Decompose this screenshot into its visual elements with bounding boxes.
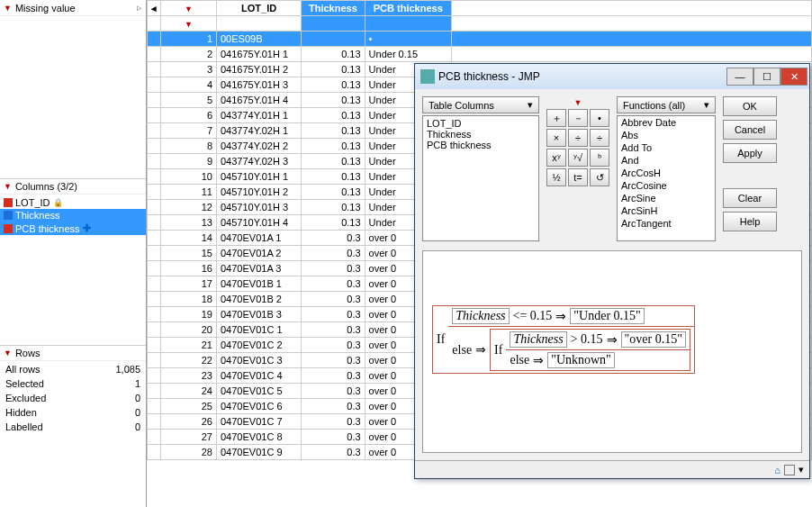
cell-pcb[interactable]: • — [365, 32, 451, 47]
row-number[interactable]: 22 — [161, 353, 217, 368]
cell-lotid[interactable]: 041675Y.01H 3 — [217, 77, 302, 93]
row-number[interactable]: 13 — [161, 215, 217, 231]
operator-button[interactable]: ÷ — [590, 129, 609, 147]
row-number[interactable]: 14 — [161, 231, 217, 246]
cell-thickness[interactable]: 0.13 — [302, 215, 365, 231]
rows-section-header[interactable]: ▼ Rows — [0, 346, 146, 361]
row-number[interactable]: 15 — [161, 246, 217, 261]
col-header-thickness[interactable]: Thickness — [302, 1, 365, 16]
row-number[interactable]: 23 — [161, 368, 217, 384]
cell-lotid[interactable]: 0470EV01A 2 — [217, 246, 302, 261]
operator-button[interactable]: × — [546, 129, 566, 147]
operator-button[interactable]: ÷ — [568, 129, 588, 147]
functions-dropdown[interactable]: Functions (all)▾ — [617, 96, 716, 113]
row-number[interactable]: 27 — [161, 430, 217, 445]
operator-menu-icon[interactable]: ▼ — [574, 98, 582, 107]
cell-lotid[interactable]: 00ES09B — [217, 32, 302, 47]
row-number[interactable]: 26 — [161, 414, 217, 430]
cell-lotid[interactable]: 0470EV01C 1 — [217, 322, 302, 338]
cell-thickness[interactable]: 0.13 — [302, 154, 365, 169]
cell-lotid[interactable]: 0470EV01C 8 — [217, 430, 302, 445]
nested-if[interactable]: If Thickness > 0.15 ⇒ "over 0.15" else — [490, 329, 690, 371]
function-list-item[interactable]: Add To — [618, 141, 715, 154]
cell-lotid[interactable]: 0470EV01C 5 — [217, 384, 302, 399]
column-item[interactable]: PCB thickness✚ — [0, 222, 146, 235]
cell-thickness[interactable]: 0.13 — [302, 108, 365, 123]
operator-button[interactable]: ʸ√ — [568, 149, 588, 167]
cell-lotid[interactable]: 041675Y.01H 2 — [217, 62, 302, 77]
cell-thickness[interactable]: 0.3 — [302, 368, 365, 384]
row-number[interactable]: 2 — [161, 47, 217, 62]
cell-thickness[interactable]: 0.13 — [302, 123, 365, 139]
function-list-item[interactable]: ArcCosH — [618, 167, 715, 179]
operator-button[interactable]: xʸ — [546, 149, 566, 167]
cell-thickness[interactable]: 0.3 — [302, 338, 365, 353]
cell-lotid[interactable]: 0470EV01A 3 — [217, 261, 302, 276]
cell-lotid[interactable]: 041675Y.01H 1 — [217, 47, 302, 62]
row-number[interactable]: 24 — [161, 384, 217, 399]
clear-button[interactable]: Clear — [723, 188, 777, 208]
cell-lotid[interactable]: 0470EV01A 1 — [217, 231, 302, 246]
status-box-1[interactable] — [784, 465, 795, 475]
cell-thickness[interactable]: 0.3 — [302, 430, 365, 445]
if-expression[interactable]: If Thickness <= 0.15 ⇒ "Under 0.15" else… — [432, 305, 695, 374]
function-list-item[interactable]: Abbrev Date — [618, 116, 715, 129]
row-number[interactable]: 4 — [161, 77, 217, 93]
cell-thickness[interactable] — [302, 32, 365, 47]
row-number[interactable]: 18 — [161, 292, 217, 307]
row-number[interactable]: 6 — [161, 108, 217, 123]
var-thickness-2[interactable]: Thickness — [510, 331, 566, 348]
result-unknown[interactable]: "Unknown" — [547, 352, 615, 368]
result-over[interactable]: "over 0.15" — [621, 331, 686, 348]
operator-button[interactable]: － — [568, 109, 588, 127]
row-menu-icon[interactable]: ▼ — [185, 20, 193, 29]
cell-thickness[interactable]: 0.3 — [302, 399, 365, 414]
cell-lotid[interactable]: 0470EV01C 3 — [217, 353, 302, 368]
cell-thickness[interactable]: 0.13 — [302, 47, 365, 62]
cell-lotid[interactable]: 0470EV01C 4 — [217, 368, 302, 384]
row-header-menu[interactable]: ▼ — [161, 1, 217, 16]
row-number[interactable]: 1 — [161, 32, 217, 47]
row-number[interactable]: 28 — [161, 445, 217, 460]
row-number[interactable]: 5 — [161, 93, 217, 108]
column-list-item[interactable]: PCB thickness — [427, 140, 535, 150]
cell-lotid[interactable]: 0470EV01B 2 — [217, 292, 302, 307]
row-number[interactable]: 16 — [161, 261, 217, 276]
corner-menu[interactable]: ◂ — [148, 1, 161, 16]
result-under[interactable]: "Under 0.15" — [570, 308, 644, 324]
cell-thickness[interactable]: 0.13 — [302, 169, 365, 185]
row-number[interactable]: 9 — [161, 154, 217, 169]
status-menu-icon[interactable]: ▾ — [798, 464, 804, 475]
cell-lotid[interactable]: 043774Y.02H 2 — [217, 139, 302, 154]
column-item[interactable]: LOT_ID🔒 — [0, 196, 146, 209]
cell-lotid[interactable]: 045710Y.01H 1 — [217, 169, 302, 185]
cell-lotid[interactable]: 0470EV01C 9 — [217, 445, 302, 460]
row-number[interactable]: 10 — [161, 169, 217, 185]
column-item[interactable]: Thickness — [0, 209, 146, 222]
var-thickness[interactable]: Thickness — [452, 308, 509, 324]
help-button[interactable]: Help — [723, 212, 777, 231]
cell-lotid[interactable]: 041675Y.01H 4 — [217, 93, 302, 108]
row-number[interactable]: 25 — [161, 399, 217, 414]
dialog-titlebar[interactable]: PCB thickness - JMP — ☐ ✕ — [415, 64, 809, 89]
cell-lotid[interactable]: 045710Y.01H 4 — [217, 215, 302, 231]
function-list-item[interactable]: ArcTangent — [618, 217, 715, 230]
cell-thickness[interactable]: 0.3 — [302, 292, 365, 307]
cell-thickness[interactable]: 0.13 — [302, 93, 365, 108]
column-list-item[interactable]: Thickness — [427, 129, 535, 140]
operator-button[interactable]: ↺ — [590, 168, 609, 186]
cell-thickness[interactable]: 0.3 — [302, 231, 365, 246]
cell-thickness[interactable]: 0.13 — [302, 200, 365, 215]
table-row[interactable]: 100ES09B• — [148, 32, 812, 47]
maximize-button[interactable]: ☐ — [753, 68, 780, 86]
cell-lotid[interactable]: 0470EV01C 6 — [217, 399, 302, 414]
functions-list[interactable]: Abbrev DateAbsAdd ToAndArcCosHArcCosineA… — [617, 115, 716, 241]
row-number[interactable]: 21 — [161, 338, 217, 353]
function-list-item[interactable]: Abs — [618, 129, 715, 141]
cell-lotid[interactable]: 0470EV01C 2 — [217, 338, 302, 353]
cell-thickness[interactable]: 0.3 — [302, 384, 365, 399]
ok-button[interactable]: OK — [723, 96, 777, 116]
operator-button[interactable]: • — [590, 109, 609, 127]
handle-icon[interactable]: ▹ — [137, 2, 142, 14]
row-number[interactable]: 19 — [161, 307, 217, 322]
